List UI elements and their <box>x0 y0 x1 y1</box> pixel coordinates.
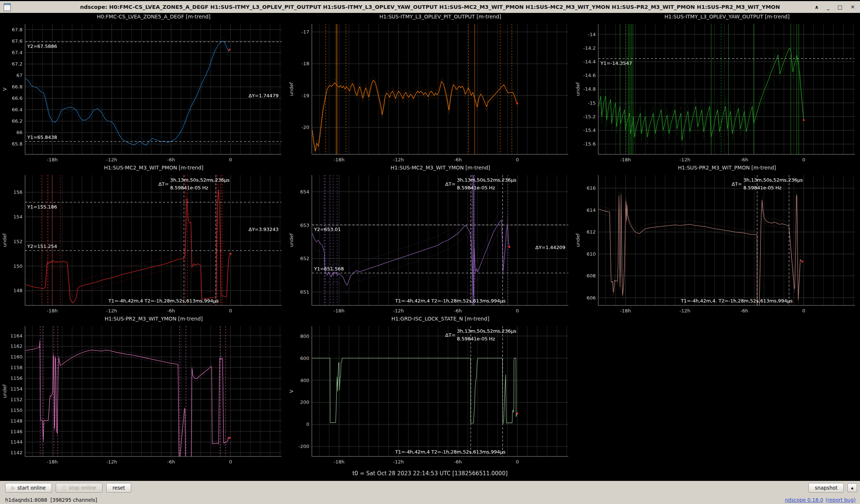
trace-envelope <box>25 183 230 297</box>
y-tick-label: 67.4 <box>12 50 22 55</box>
plot-cell-mc2-m3-wit-ymon: H1:SUS-MC2_M3_WIT_YMON [m-trend] T1=-4h,… <box>287 164 574 315</box>
plot-title: H1:SUS-PR2_M3_WIT_YMON [m-trend] <box>1 315 286 322</box>
time-cursor-label: T1=-4h,42m,4 T2=-1h,28m,52s,613ms,994µs <box>108 298 219 304</box>
y-tick-label: -20 <box>301 125 309 130</box>
y-tick-label: 67.8 <box>12 27 22 32</box>
plot-canvas-mc2-ymon[interactable]: T1=-4h,42m,4 T2=-1h,28m,52s,613ms,994µsY… <box>288 171 573 315</box>
y-tick-label: 1164 <box>10 333 22 339</box>
plot-canvas-lock-state[interactable]: T1=-4h,42m,4 T2=-1h,28m,52s,613ms,994µsΔ… <box>288 322 573 466</box>
y-tick-label: -17 <box>301 29 309 35</box>
delta-y-label: ΔY=1.44209 <box>535 245 565 251</box>
y-tick-label: 156 <box>13 189 22 195</box>
plot-title: H1:SUS-ITMY_L3_OPLEV_YAW_OUTPUT [m-trend… <box>574 13 859 20</box>
up-arrow-icon: ▲ <box>850 486 854 490</box>
delta-t-frequency: 8.59841e-05 Hz <box>457 336 495 342</box>
plot-canvas-pr2-ymon[interactable]: 1142114411461148115011521154115611581160… <box>1 322 286 466</box>
y-tick-label: -14.2 <box>584 45 596 51</box>
y-tick-label: 600 <box>300 356 309 361</box>
maximize-icon[interactable]: □ <box>838 4 842 10</box>
y-axis-unit-label: undef <box>2 384 7 398</box>
toolbar: ▷ start online □ stop online reset snaps… <box>0 481 860 494</box>
plot-canvas-mc2-pmon[interactable]: T1=-4h,42m,4 T2=-1h,28m,52s,613ms,994µsY… <box>1 171 286 315</box>
shade-icon[interactable]: ∧ <box>815 4 819 10</box>
y-tick-label: -15.2 <box>584 114 596 119</box>
close-icon[interactable]: ✕ <box>850 4 855 10</box>
trace-envelope <box>599 55 804 147</box>
snapshot-button[interactable]: snapshot <box>808 483 844 493</box>
statusbar: h1daqnds1:8088 [398295 channels] ndscope… <box>0 494 860 504</box>
delta-t-prefix: ΔT= <box>159 181 169 187</box>
stop-icon: □ <box>62 485 66 490</box>
expand-toolbar-button[interactable]: ▲ <box>847 483 857 492</box>
x-tick-label: -6h <box>454 459 462 465</box>
plot-cell-h0-fmc-cs-lvea-zone5-a-degf: H0:FMC-CS_LVEA_ZONE5_A_DEGF [m-trend] Y2… <box>0 13 287 164</box>
plot-title: H1:SUS-MC2_M3_WIT_YMON [m-trend] <box>288 164 573 171</box>
x-tick-label: -18h <box>334 308 344 314</box>
y-tick-label: 0 <box>306 421 309 427</box>
t0-label: t0 = Sat Oct 28 2023 22:14:53 UTC [13825… <box>352 470 508 477</box>
plot-cell-pr2-m3-wit-pmon: H1:SUS-PR2_M3_WIT_PMON [m-trend] T1=-4h,… <box>573 164 860 315</box>
y-axis-unit-label: undef <box>575 82 581 96</box>
trace-mean <box>312 220 509 295</box>
y-tick-label: -14.8 <box>584 87 596 92</box>
stop-online-label: stop online <box>69 485 97 491</box>
plot-cell-itmy-l3-oplev-pit: H1:SUS-ITMY_L3_OPLEV_PIT_OUTPUT [m-trend… <box>287 13 574 164</box>
minimize-icon[interactable]: _ <box>827 4 829 10</box>
y-axis-unit-label: undef <box>575 233 581 247</box>
plot-canvas-itmy-oplev-pit[interactable]: -20-19-18-17-18h-12h-6h0undef <box>288 20 573 164</box>
x-tick-label: -18h <box>47 308 58 314</box>
y-cursor-label: Y1=155.186 <box>27 204 57 210</box>
x-tick-label: -12h <box>393 308 404 314</box>
y-tick-label: -200 <box>298 444 309 449</box>
y-tick-label: 65.8 <box>12 141 22 147</box>
start-online-button[interactable]: ▷ start online <box>5 483 52 493</box>
x-tick-label: -18h <box>47 459 58 465</box>
y-tick-label: 66.6 <box>12 95 22 101</box>
reset-button[interactable]: reset <box>106 483 131 493</box>
y-tick-label: 614 <box>587 207 596 213</box>
y-tick-label: 612 <box>587 229 596 235</box>
x-tick-label: -12h <box>393 459 404 465</box>
trace-envelope <box>25 45 229 149</box>
y-axis-unit-label: undef <box>289 233 294 247</box>
y-tick-label: -19 <box>301 93 309 98</box>
version-link[interactable]: ndscope 0.18.0 <box>785 497 823 503</box>
x-tick-label: -12h <box>393 157 404 162</box>
trace-envelope <box>25 196 230 309</box>
x-tick-label: -12h <box>106 308 117 314</box>
y-tick-label: 1152 <box>10 397 22 402</box>
delta-t-duration: 3h,13m,50s,52ms,236µs <box>744 177 803 183</box>
live-end-marker <box>803 119 805 121</box>
x-tick-label: -6h <box>167 157 175 162</box>
delta-y-label: ΔY=1.74479 <box>248 93 278 98</box>
x-tick-label: 0 <box>516 157 519 162</box>
y-tick-label: 652 <box>300 256 309 261</box>
titlebar[interactable]: ndscope: H0:FMC-CS_LVEA_ZONE5_A_DEGF H1:… <box>0 0 860 13</box>
trace-envelope <box>312 211 509 286</box>
plot-canvas-pr2-pmon[interactable]: T1=-4h,42m,4. T2=-1h,28m,52s,613ms,994µs… <box>574 171 859 315</box>
y-tick-label: 67.6 <box>12 38 22 44</box>
x-tick-label: -12h <box>680 157 690 162</box>
x-tick-label: -18h <box>334 459 344 465</box>
plot-canvas-itmy-oplev-yaw[interactable]: Y1=-14.3547-15.6-15.4-15.2-15-14.8-14.6-… <box>574 20 859 164</box>
y-tick-label: 400 <box>300 378 309 383</box>
y-tick-label: 148 <box>13 288 22 293</box>
trace-envelope <box>599 191 802 305</box>
live-end-marker <box>801 260 803 262</box>
live-end-marker <box>516 102 518 104</box>
y-tick-label: 654 <box>300 189 309 195</box>
start-online-label: start online <box>17 485 46 491</box>
x-tick-label: -12h <box>106 459 117 465</box>
time-cursor-label: T1=-4h,42m,4 T2=-1h,28m,52s,613ms,994µs <box>395 298 506 304</box>
plot-canvas-fmc-cs-lvea[interactable]: Y2=67.5886Y1=65.8438ΔY=1.7447965.86666.2… <box>1 20 286 164</box>
trace-mean <box>599 195 802 309</box>
y-cursor-label: Y1=65.8438 <box>27 134 57 140</box>
trace-envelope <box>312 84 517 155</box>
y-tick-label: 1154 <box>10 386 22 392</box>
trace-envelope <box>599 198 802 312</box>
stop-online-button[interactable]: □ stop online <box>56 483 102 493</box>
trace-envelope <box>312 77 517 147</box>
report-bug-link[interactable]: (report bug) <box>825 497 856 503</box>
nds-server-status: h1daqnds1:8088 [398295 channels] <box>5 497 97 503</box>
plot-cell-itmy-l3-oplev-yaw: H1:SUS-ITMY_L3_OPLEV_YAW_OUTPUT [m-trend… <box>573 13 860 164</box>
